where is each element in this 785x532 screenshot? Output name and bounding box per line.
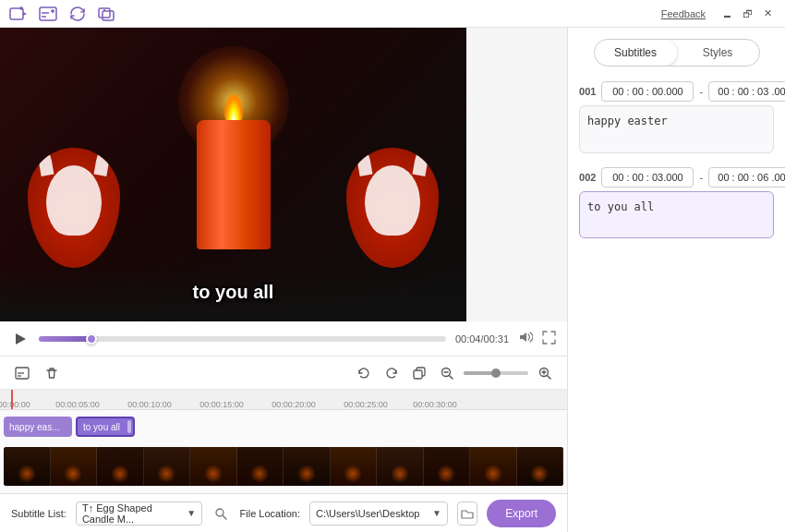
subtitle-overlay: to you all — [193, 282, 274, 303]
video-frame-6 — [284, 447, 331, 486]
bunny-ear-right-r — [413, 148, 430, 176]
video-area: to you all — [0, 28, 466, 321]
zoom-out-btn[interactable] — [436, 362, 458, 384]
ruler-mark-30: 00:00:30:00 — [413, 400, 457, 409]
chip-happy-label: happy eas... — [9, 422, 59, 432]
copy-btn[interactable] — [408, 362, 430, 384]
video-frame-5 — [237, 447, 284, 486]
svg-line-26 — [223, 515, 227, 519]
drag-handle[interactable] — [127, 420, 131, 433]
ruler-mark-5: 00:00:05:00 — [55, 400, 100, 409]
video-frame-9 — [424, 447, 471, 486]
delete-tool-btn[interactable] — [41, 362, 63, 384]
main-container: to you all 00:04/00:31 — [0, 28, 785, 532]
time-sep-1: - — [699, 86, 703, 97]
restore-btn[interactable]: 🗗 — [737, 4, 757, 24]
redo-btn[interactable] — [380, 362, 403, 384]
tabs-row: Subtitles Styles — [594, 39, 760, 66]
video-frame-8 — [377, 447, 424, 486]
svg-line-24 — [548, 376, 550, 379]
entry-2-start[interactable] — [601, 167, 694, 187]
entry-2-num: 002 — [579, 172, 596, 183]
batch-export-btn[interactable] — [96, 3, 118, 25]
time-total: 00:31 — [484, 333, 510, 345]
subtitle-list-label: Subtitle List: — [11, 508, 66, 519]
timeline-toolbar — [0, 357, 567, 390]
refresh-btn[interactable] — [66, 3, 89, 25]
entry-1-start[interactable] — [601, 81, 694, 102]
svg-marker-12 — [16, 333, 26, 345]
subtitle-chip-happy[interactable]: happy eas... — [4, 417, 72, 437]
subtitle-list-select[interactable]: T↑ Egg Shaped Candle M... ▼ — [76, 502, 202, 526]
video-track — [4, 447, 563, 486]
minimize-btn[interactable]: 🗕 — [717, 4, 737, 24]
bottom-bar: Subtitle List: T↑ Egg Shaped Candle M...… — [0, 493, 567, 532]
right-panel: Subtitles Styles 001 - + ✕ happy easter … — [567, 28, 785, 532]
open-folder-btn[interactable] — [457, 502, 477, 526]
entry-2-text[interactable]: to you all — [579, 191, 774, 239]
entry-1-end[interactable] — [708, 81, 785, 102]
video-frame-4 — [190, 447, 237, 486]
svg-rect-17 — [414, 370, 422, 379]
tab-styles[interactable]: Styles — [677, 40, 759, 66]
entry-2-end[interactable] — [708, 167, 785, 187]
zoom-thumb — [491, 369, 501, 378]
subtitle-file-label: T↑ Egg Shaped Candle M... — [82, 502, 187, 525]
export-button[interactable]: Export — [487, 500, 556, 527]
svg-rect-10 — [103, 11, 114, 20]
chip-toyou-label: to you all — [83, 422, 120, 432]
ruler-mark-15: 00:00:15:00 — [199, 400, 244, 409]
svg-rect-4 — [40, 7, 56, 20]
add-video-btn[interactable] — [7, 3, 30, 25]
video-frame-1 — [51, 447, 98, 486]
egg-left — [28, 148, 120, 268]
progress-bar[interactable] — [39, 336, 446, 342]
close-btn[interactable]: ✕ — [757, 4, 778, 24]
svg-point-25 — [216, 509, 223, 516]
bunny-ear-left — [37, 148, 54, 176]
video-frame-3 — [144, 447, 191, 486]
entry-1-header: 001 - + ✕ — [579, 81, 774, 102]
time-current: 00:04 — [455, 333, 481, 345]
progress-thumb — [86, 333, 97, 345]
candle-body — [197, 120, 271, 249]
title-bar: Feedback 🗕 🗗 ✕ — [0, 0, 785, 28]
volume-icon[interactable] — [518, 330, 533, 347]
add-subtitle-btn[interactable] — [37, 3, 59, 25]
video-controls: 00:04/00:31 — [0, 321, 567, 357]
egg-right — [346, 148, 439, 268]
left-panel: to you all 00:04/00:31 — [0, 28, 567, 532]
search-btn[interactable] — [211, 502, 230, 525]
play-button[interactable] — [11, 330, 30, 348]
zoom-in-btn[interactable] — [534, 362, 556, 384]
bunny-ear-right — [94, 148, 112, 176]
zoom-slider[interactable] — [464, 371, 528, 375]
timeline-tracks: happy eas... to you all — [0, 410, 567, 493]
file-location-select[interactable]: C:\Users\User\Desktop ▼ — [309, 502, 448, 526]
entry-2-header: 002 - + ✕ — [579, 167, 774, 187]
subtitle-track: happy eas... to you all — [0, 414, 567, 440]
fullscreen-icon[interactable] — [542, 331, 556, 347]
ruler-mark-25: 00:00:25:00 — [344, 400, 388, 409]
undo-btn[interactable] — [353, 362, 375, 384]
timeline-playhead[interactable] — [11, 390, 13, 409]
toolbar-left — [7, 3, 661, 25]
entry-1-num: 001 — [579, 86, 596, 97]
tab-subtitles[interactable]: Subtitles — [595, 40, 677, 66]
text-tool-btn[interactable] — [11, 362, 33, 384]
bunny-ear-left-r — [356, 148, 373, 176]
file-location-label: File Location: — [240, 508, 300, 519]
time-sep-2: - — [699, 172, 703, 183]
timeline-area: 00:00:00:00 00:00:05:00 00:00:10:00 00:0… — [0, 390, 567, 493]
subtitle-chip-toyou[interactable]: to you all — [76, 417, 135, 437]
file-path-label: C:\Users\User\Desktop — [316, 508, 419, 519]
ruler-mark-0: 00:00:00:00 — [0, 400, 30, 409]
video-frame-7 — [331, 447, 378, 486]
video-frame: to you all — [0, 28, 466, 321]
video-frame-2 — [97, 447, 144, 486]
video-frame-0 — [4, 447, 51, 486]
feedback-link[interactable]: Feedback — [661, 8, 706, 19]
svg-line-20 — [450, 376, 453, 379]
entry-1-text[interactable]: happy easter — [579, 105, 774, 153]
timeline-ruler: 00:00:00:00 00:00:05:00 00:00:10:00 00:0… — [0, 390, 567, 410]
